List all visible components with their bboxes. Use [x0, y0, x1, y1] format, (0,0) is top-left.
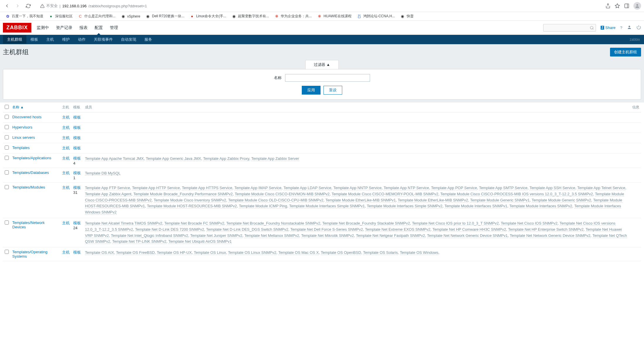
templates-link[interactable]: 模板 [73, 115, 81, 119]
member-link[interactable]: Template Module Cisco CISCO-PROCESS-MIB … [440, 192, 593, 196]
member-link[interactable]: Template App Zabbix Proxy [203, 156, 249, 161]
member-link[interactable]: Template Module Cisco Inventory SNMPv2 [154, 198, 226, 203]
member-link[interactable]: Template Module Generic SNMPv2 [532, 198, 591, 203]
sub-nav-item[interactable]: 服务 [140, 35, 156, 44]
templates-count-link[interactable]: 模板 [73, 156, 81, 160]
member-link[interactable]: Template Module EtherLike-MIB SNMPv1 [326, 198, 396, 203]
main-nav-item[interactable]: 配置 [95, 21, 103, 35]
group-name-link[interactable]: Templates/Databases [12, 170, 49, 175]
templates-link[interactable]: 模板 [73, 250, 81, 254]
help-icon[interactable]: ? [620, 25, 622, 30]
hosts-link[interactable]: 主机 [62, 125, 70, 130]
member-link[interactable]: Template App SMTP Service [479, 186, 527, 190]
member-link[interactable]: Template OS Windows [400, 250, 439, 255]
member-link[interactable]: Template Net Intel_Qlogic Infiniband SNM… [111, 233, 188, 238]
forward-button[interactable] [13, 2, 22, 10]
power-icon[interactable] [636, 25, 641, 30]
member-link[interactable]: Template Net HP Comware HH3C SNMPv2 [432, 227, 506, 232]
member-link[interactable]: Template Net Extreme EXOS SNMPv2 [365, 227, 430, 232]
main-nav-item[interactable]: 管理 [110, 21, 118, 35]
sub-nav-item[interactable]: 动作 [74, 35, 90, 44]
member-link[interactable]: Template OS Linux [194, 250, 226, 255]
member-link[interactable]: Template Net D-Link DES 7200 SNMPv2 [135, 227, 204, 232]
group-name-link[interactable]: Templates/Modules [12, 185, 45, 189]
member-link[interactable]: Template DB MySQL [85, 171, 120, 176]
templates-count-link[interactable]: 模板 [73, 221, 81, 225]
member-link[interactable]: Template Module Interfaces Simple SNMPv1 [289, 204, 365, 208]
member-link[interactable]: Template Module Interfaces SNMPv2 [509, 204, 572, 208]
member-link[interactable]: Template Module HOST-RESOURCES-MIB SNMPv… [147, 204, 237, 208]
share-link[interactable]: Z Share [601, 25, 616, 30]
row-checkbox[interactable] [5, 185, 9, 189]
member-link[interactable]: Template Net D-Link DES_DGS Switch SNMPv… [206, 227, 288, 232]
member-link[interactable]: Template App HTTP Service [132, 186, 180, 190]
profile-avatar[interactable] [633, 2, 641, 10]
panel-icon[interactable] [624, 3, 629, 8]
zabbix-logo[interactable]: ZABBIX [3, 23, 31, 32]
row-checkbox[interactable] [5, 135, 9, 139]
templates-link[interactable]: 模板 [73, 146, 81, 150]
member-link[interactable]: Template OS FreeBSD [116, 250, 155, 255]
search-input[interactable] [543, 24, 596, 32]
bookmark-item[interactable]: ❋HUAWIE在线课程 [317, 14, 352, 19]
member-link[interactable]: Template App Telnet Service [577, 186, 625, 190]
member-link[interactable]: Template Module Cisco CISCO-MEMORY-POOL-… [332, 192, 438, 196]
share-icon[interactable] [605, 3, 611, 8]
templates-count-link[interactable]: 模板 [73, 185, 81, 190]
group-name-link[interactable]: Linux servers [12, 135, 35, 140]
member-link[interactable]: Template OS Solaris [363, 250, 398, 255]
member-link[interactable]: Template App IMAP Service [234, 186, 282, 190]
main-nav-item[interactable]: 报表 [79, 21, 88, 35]
templates-link[interactable]: 模板 [73, 136, 81, 140]
member-link[interactable]: Template OS Mac OS X [278, 250, 319, 255]
member-link[interactable]: Template Module Interfaces SNMPv1 [444, 204, 507, 208]
row-checkbox[interactable] [5, 156, 9, 160]
bookmark-item[interactable]: ✿百度一下，我不知道 [5, 14, 43, 19]
hosts-link[interactable]: 主机 [62, 136, 70, 140]
group-name-link[interactable]: Templates [12, 146, 30, 150]
group-name-link[interactable]: Discovered hosts [12, 115, 42, 119]
member-link[interactable]: Template Net Brocade FC SNMPv2 [164, 221, 224, 226]
group-name-link[interactable]: Hypervisors [12, 125, 33, 129]
hosts-link[interactable]: 主机 [62, 115, 70, 119]
member-link[interactable]: Template Net Cisco IOS SNMPv2 [501, 221, 558, 226]
member-link[interactable]: Template Module Interfaces Simple SNMPv2 [367, 204, 442, 208]
member-link[interactable]: Template Module EtherLike-MIB SNMPv2 [398, 198, 468, 203]
member-link[interactable]: Template Net HP Enterprise Switch SNMPv2 [508, 227, 584, 232]
row-checkbox[interactable] [5, 115, 9, 119]
member-link[interactable]: Template Net Brocade_Foundry Nonstackabl… [226, 221, 320, 226]
row-checkbox[interactable] [5, 220, 9, 225]
member-link[interactable]: Template Net Mellanox SNMPv2 [244, 233, 299, 238]
member-link[interactable]: Template Module Generic SNMPv1 [470, 198, 529, 203]
filter-toggle[interactable]: 过滤器 ▲ [305, 60, 338, 69]
group-name-link[interactable]: Templates/Applications [12, 156, 51, 160]
member-link[interactable]: Template OS OpenBSD [321, 250, 361, 255]
bookmark-item[interactable]: ◉vSphere [121, 14, 140, 19]
main-nav-item[interactable]: 监测中 [37, 21, 49, 35]
hosts-link[interactable]: 主机 [62, 146, 70, 150]
sub-nav-item[interactable]: 模板 [26, 35, 42, 44]
member-link[interactable]: Template Net Network Generic Device SNMP… [510, 233, 590, 238]
col-name[interactable]: 名称 ▲ [11, 102, 60, 112]
group-name-link[interactable]: Templates/Operating Systems [12, 250, 47, 259]
filter-name-input[interactable] [285, 74, 370, 82]
member-link[interactable]: Template App SSH Service [529, 186, 575, 190]
row-checkbox[interactable] [5, 250, 9, 254]
member-link[interactable]: Template Module Cisco OLD-CISCO-CPU-MIB … [228, 198, 323, 203]
row-checkbox[interactable] [5, 170, 9, 174]
bookmark-item[interactable]: ⟅⟆鸿鹄论坛-CCNA,H... [357, 14, 395, 19]
row-checkbox[interactable] [5, 146, 9, 150]
member-link[interactable]: Template Net Juniper SNMPv2 [190, 233, 242, 238]
member-link[interactable]: Template App Apache Tomcat JMX [85, 156, 144, 161]
member-link[interactable]: Template App Zabbix Server [251, 156, 299, 161]
main-nav-item[interactable]: 资产记录 [56, 21, 72, 35]
member-link[interactable]: Template OS Linux SNMPv2 [228, 250, 276, 255]
member-link[interactable]: Template OS HP-UX [157, 250, 192, 255]
member-link[interactable]: Template App NTP Service [384, 186, 429, 190]
bookmark-item[interactable]: ◉超聚变数字技术有... [231, 14, 269, 19]
member-link[interactable]: Template App NNTP Service [333, 186, 382, 190]
hosts-link[interactable]: 主机 [62, 171, 70, 175]
row-checkbox[interactable] [5, 125, 9, 129]
member-link[interactable]: Template App POP Service [431, 186, 477, 190]
bookmark-item[interactable]: C什么是正向代理和... [78, 14, 115, 19]
